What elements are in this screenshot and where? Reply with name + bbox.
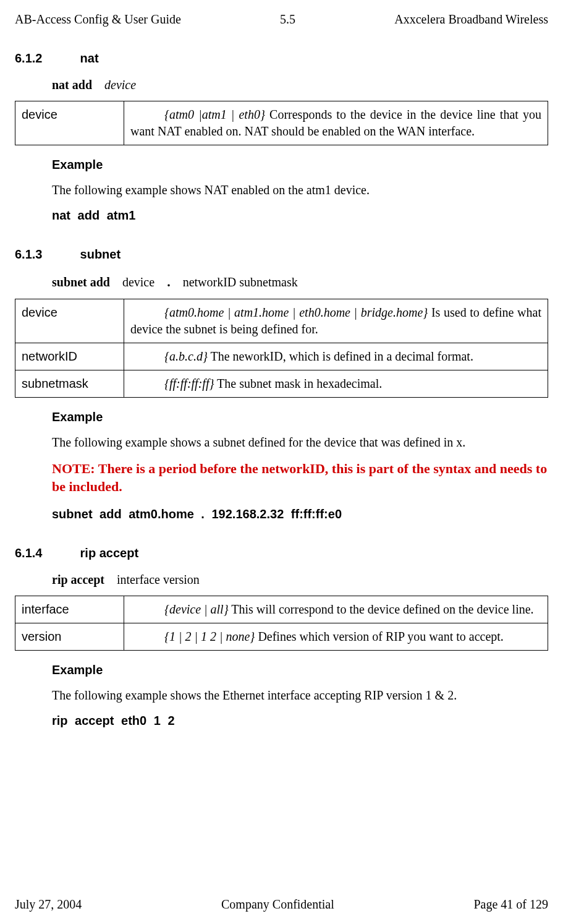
param-desc-device: {atm0.home | atm1.home | eth0.home | bri… <box>124 299 548 343</box>
header-right: Axxcelera Broadband Wireless <box>394 11 548 28</box>
param-name-version: version <box>15 623 124 651</box>
nat-syntax: nat add device <box>52 77 548 93</box>
rip-param-table: interface {device | all} This will corre… <box>15 596 548 651</box>
rip-syntax-arg: interface version <box>117 573 200 586</box>
subnet-syntax-arg1: device <box>122 275 155 289</box>
table-row: interface {device | all} This will corre… <box>15 596 548 623</box>
subnet-note: NOTE: There is a period before the netwo… <box>52 460 548 496</box>
subnet-syntax-dot: . <box>167 274 171 289</box>
param-opt-subnetmask: {ff:ff:ff:ff} <box>164 377 214 390</box>
section-nat-heading: 6.1.2 nat <box>15 50 548 67</box>
table-row: device {atm0 |atm1 | eth0} Corresponds t… <box>15 101 548 145</box>
param-desc-interface: {device | all} This will correspond to t… <box>124 596 548 623</box>
page-footer: July 27, 2004 Company Confidential Page … <box>15 896 548 913</box>
nat-example-label: Example <box>52 156 548 173</box>
page: AB-Access Config & User Guide 5.5 Axxcel… <box>0 0 563 924</box>
section-subnet-title: subnet <box>80 247 121 261</box>
section-subnet-number: 6.1.3 <box>15 246 77 263</box>
param-opt-networkid: {a.b.c.d} <box>164 349 208 363</box>
rip-syntax-keyword: rip accept <box>52 573 104 586</box>
footer-left: July 27, 2004 <box>15 896 82 913</box>
section-rip-title: rip accept <box>80 546 138 560</box>
rip-example-cmd: rip accept eth0 1 2 <box>52 712 548 729</box>
subnet-param-table: device {atm0.home | atm1.home | eth0.hom… <box>15 299 548 398</box>
subnet-example-text: The following example shows a subnet def… <box>52 434 548 451</box>
param-desc-version: {1 | 2 | 1 2 | none} Defines which versi… <box>124 623 548 651</box>
footer-right: Page 41 of 129 <box>473 896 548 913</box>
param-name-subnetmask: subnetmask <box>15 370 124 397</box>
param-opt-device: {atm0 |atm1 | eth0} <box>164 108 265 121</box>
param-text-interface: This will correspond to the device defin… <box>229 602 534 616</box>
nat-syntax-keyword: nat add <box>52 78 92 92</box>
subnet-example-label: Example <box>52 409 548 426</box>
param-opt-interface: {device | all} <box>164 602 229 616</box>
subnet-syntax-arg2: networkID subnetmask <box>183 275 298 289</box>
subnet-syntax-keyword: subnet add <box>52 275 110 289</box>
rip-example-label: Example <box>52 662 548 678</box>
param-desc-networkid: {a.b.c.d} The neworkID, which is defined… <box>124 343 548 370</box>
param-text-version: Defines which version of RIP you want to… <box>255 630 504 643</box>
param-opt-version: {1 | 2 | 1 2 | none} <box>164 630 255 643</box>
param-name-device: device <box>15 299 124 343</box>
nat-param-table: device {atm0 |atm1 | eth0} Corresponds t… <box>15 101 548 145</box>
nat-syntax-arg: device <box>104 78 136 92</box>
param-name-networkid: networkID <box>15 343 124 370</box>
section-nat-title: nat <box>80 51 99 65</box>
rip-syntax: rip accept interface version <box>52 571 548 588</box>
nat-example-cmd: nat add atm1 <box>52 207 548 224</box>
param-desc-subnetmask: {ff:ff:ff:ff} The subnet mask in hexadec… <box>124 370 548 397</box>
param-name-interface: interface <box>15 596 124 623</box>
param-opt-device: {atm0.home | atm1.home | eth0.home | bri… <box>164 306 428 319</box>
section-rip-heading: 6.1.4 rip accept <box>15 545 548 562</box>
table-row: version {1 | 2 | 1 2 | none} Defines whi… <box>15 623 548 651</box>
table-row: subnetmask {ff:ff:ff:ff} The subnet mask… <box>15 370 548 397</box>
section-nat-number: 6.1.2 <box>15 50 77 67</box>
subnet-syntax: subnet add device . networkID subnetmask <box>52 273 548 291</box>
nat-example-text: The following example shows NAT enabled … <box>52 182 548 199</box>
page-header: AB-Access Config & User Guide 5.5 Axxcel… <box>15 11 548 28</box>
rip-example-text: The following example shows the Ethernet… <box>52 687 548 704</box>
section-rip-number: 6.1.4 <box>15 545 77 562</box>
header-left: AB-Access Config & User Guide <box>15 11 181 28</box>
param-desc-device: {atm0 |atm1 | eth0} Corresponds to the d… <box>124 101 548 145</box>
param-name-device: device <box>15 101 124 145</box>
header-center: 5.5 <box>280 11 295 28</box>
param-text-networkid: The neworkID, which is defined in a deci… <box>208 349 473 363</box>
footer-center: Company Confidential <box>221 896 334 913</box>
section-subnet-heading: 6.1.3 subnet <box>15 246 548 263</box>
subnet-example-cmd: subnet add atm0.home . 192.168.2.32 ff:f… <box>52 506 548 523</box>
table-row: networkID {a.b.c.d} The neworkID, which … <box>15 343 548 370</box>
param-text-subnetmask: The subnet mask in hexadecimal. <box>214 377 382 390</box>
table-row: device {atm0.home | atm1.home | eth0.hom… <box>15 299 548 343</box>
